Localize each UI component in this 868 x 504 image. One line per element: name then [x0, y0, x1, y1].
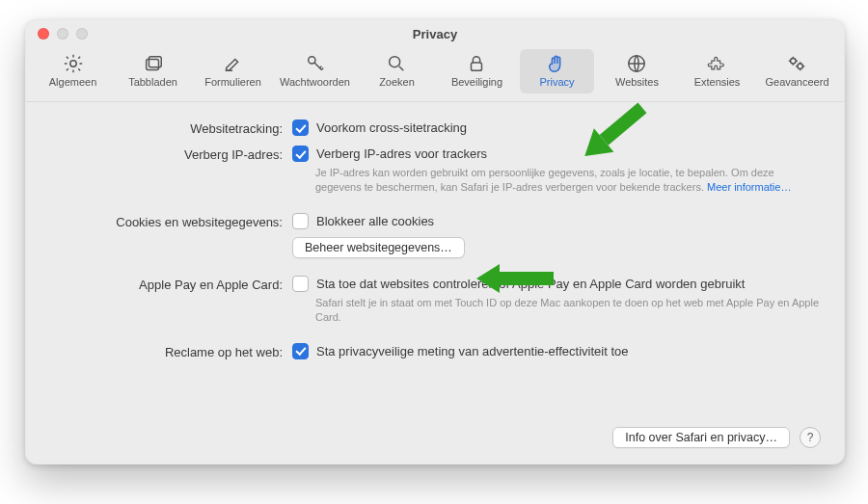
preferences-toolbar: Algemeen Tabbladen Formulieren Wachtwoor… [26, 47, 844, 102]
tab-label: Privacy [539, 76, 574, 88]
gears-icon [785, 53, 808, 74]
tab-label: Geavanceerd [765, 76, 828, 88]
label-hide-ip: Verberg IP-adres: [51, 146, 283, 162]
label-cookies: Cookies en websitegegevens: [51, 213, 283, 229]
label-apple-pay: Apple Pay en Apple Card: [51, 276, 283, 292]
checkbox-block-all-cookies[interactable] [292, 213, 309, 229]
gear-icon [62, 53, 85, 74]
tab-autofill[interactable]: Formulieren [196, 49, 270, 93]
svg-point-3 [308, 57, 314, 64]
svg-rect-1 [146, 59, 158, 69]
help-apple-pay: Safari stelt je in staat om met Touch ID… [292, 296, 819, 326]
help-button[interactable]: ? [800, 427, 821, 448]
manage-website-data-button[interactable]: Beheer websitegegevens… [292, 237, 465, 258]
magnify-icon [385, 53, 408, 74]
svg-point-8 [798, 64, 803, 69]
checkbox-ad-measurement[interactable] [292, 343, 309, 359]
minimize-window-button[interactable] [57, 28, 68, 40]
tab-label: Extensies [694, 76, 741, 88]
checkbox-label: Blokkeer alle cookies [316, 214, 434, 228]
label-web-ads: Reclame op het web: [51, 343, 283, 359]
checkbox-label: Voorkom cross-sitetracking [316, 120, 467, 135]
window-controls [38, 28, 88, 40]
tab-label: Beveiliging [451, 76, 502, 88]
svg-point-0 [69, 61, 75, 66]
tab-advanced[interactable]: Geavanceerd [760, 49, 834, 93]
svg-rect-2 [149, 57, 161, 67]
svg-point-4 [390, 57, 400, 67]
globe-icon [625, 53, 648, 74]
lock-icon [465, 53, 488, 74]
checkbox-hide-ip-from-trackers[interactable] [292, 146, 309, 162]
zoom-window-button[interactable] [76, 28, 88, 40]
tabs-icon [142, 53, 165, 74]
preferences-window: Privacy Algemeen Tabbladen Formulie [25, 19, 845, 464]
tab-tabs[interactable]: Tabbladen [116, 49, 190, 93]
window-title: Privacy [413, 27, 457, 41]
checkbox-label: Sta privacyveilige meting van advertenti… [316, 344, 628, 358]
tab-label: Websites [615, 76, 659, 88]
checkbox-label: Verberg IP-adres voor trackers [316, 146, 487, 161]
svg-point-7 [791, 59, 797, 65]
about-safari-privacy-button[interactable]: Info over Safari en privacy… [612, 427, 790, 448]
tab-search[interactable]: Zoeken [360, 49, 434, 93]
help-hide-ip: Je IP-adres kan worden gebruikt om perso… [292, 166, 819, 196]
checkbox-label: Sta toe dat websites controleren of Appl… [316, 277, 745, 291]
footer: Info over Safari en privacy… ? [612, 427, 821, 448]
link-more-info[interactable]: Meer informatie… [707, 181, 791, 193]
privacy-pane: Websitetracking: Voorkom cross-sitetrack… [26, 102, 844, 379]
titlebar: Privacy [26, 20, 844, 47]
label-website-tracking: Websitetracking: [51, 119, 283, 136]
tab-label: Zoeken [379, 76, 415, 88]
svg-rect-5 [472, 63, 482, 70]
hand-icon [545, 53, 568, 74]
tab-passwords[interactable]: Wachtwoorden [276, 49, 354, 93]
tab-label: Tabbladen [128, 76, 177, 88]
tab-label: Formulieren [204, 76, 261, 88]
pen-icon [222, 53, 245, 74]
tab-websites[interactable]: Websites [600, 49, 674, 93]
puzzle-icon [705, 53, 728, 74]
key-icon [304, 53, 327, 74]
tab-security[interactable]: Beveiliging [440, 49, 514, 93]
tab-label: Algemeen [49, 76, 97, 88]
tab-general[interactable]: Algemeen [36, 49, 110, 93]
tab-label: Wachtwoorden [280, 76, 350, 88]
tab-extensions[interactable]: Extensies [680, 49, 754, 93]
checkbox-prevent-cross-site-tracking[interactable] [292, 119, 309, 136]
tab-privacy[interactable]: Privacy [520, 49, 594, 93]
close-window-button[interactable] [38, 28, 49, 40]
checkbox-allow-apple-pay-check[interactable] [292, 276, 309, 292]
